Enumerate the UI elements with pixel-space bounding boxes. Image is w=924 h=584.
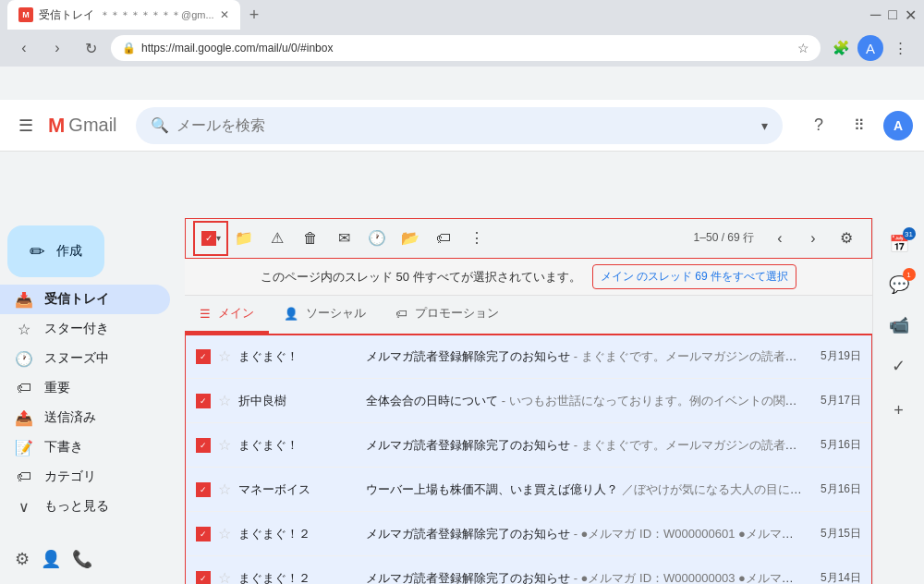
- tab-favicon: M: [18, 7, 33, 22]
- report-spam-button[interactable]: ⚠: [262, 224, 292, 253]
- email-content: メルマガ読者登録解除完了のお知らせ - まぐまぐです。メールマガジンの読者登..…: [366, 348, 802, 365]
- checkbox-main: [201, 231, 216, 246]
- sidebar-item-more[interactable]: ∨ もっと見る: [0, 492, 170, 521]
- drafts-icon: 📝: [15, 439, 33, 456]
- prev-page-button[interactable]: ‹: [765, 224, 795, 253]
- row-checkbox[interactable]: [196, 438, 211, 453]
- mail-icon: ✉: [338, 229, 350, 247]
- snooze-icon: 🕐: [368, 229, 386, 247]
- sidebar-item-important[interactable]: 🏷 重要: [0, 373, 170, 403]
- bookmark-icon[interactable]: ☆: [797, 41, 809, 55]
- email-content: メルマガ読者登録解除完了のお知らせ - まぐまぐです。メールマガジンの読者登..…: [366, 437, 802, 454]
- forward-button[interactable]: ›: [44, 35, 70, 61]
- archive-button[interactable]: 📁: [229, 224, 259, 253]
- sidebar-item-starred[interactable]: ☆ スター付き: [0, 314, 170, 344]
- add-apps-button[interactable]: +: [884, 395, 914, 425]
- url-bar[interactable]: 🔒 https://mail.google.com/mail/u/0/#inbo…: [111, 35, 821, 61]
- star-button[interactable]: ☆: [218, 347, 231, 365]
- profile-button[interactable]: A: [857, 35, 883, 61]
- email-row[interactable]: ☆ まぐまぐ！ メルマガ読者登録解除完了のお知らせ - まぐまぐです。メールマガ…: [185, 335, 872, 379]
- search-input[interactable]: [176, 117, 754, 134]
- email-row[interactable]: ☆ まぐまぐ！ メルマガ読者登録解除完了のお知らせ - まぐまぐです。メールマガ…: [185, 423, 872, 468]
- next-page-button[interactable]: ›: [798, 224, 828, 253]
- sidebar-item-snoozed[interactable]: 🕐 スヌーズ中: [0, 344, 170, 373]
- sidebar-item-categories[interactable]: 🏷 カテゴリ: [0, 462, 170, 492]
- select-all-link[interactable]: メイン のスレッド 69 件をすべて選択: [592, 264, 796, 289]
- menu-button[interactable]: ⋮: [887, 35, 913, 61]
- more-actions-button[interactable]: ⋮: [462, 224, 492, 253]
- row-checkbox[interactable]: [196, 482, 211, 497]
- compose-label: 作成: [56, 243, 82, 260]
- label-button[interactable]: 🏷: [429, 224, 458, 253]
- email-preview: - ●メルマガ ID：W000000003 ●メルマガタ...: [574, 571, 802, 585]
- new-tab-button[interactable]: +: [249, 6, 260, 25]
- select-all-checkbox[interactable]: ▾: [196, 224, 225, 253]
- email-subject: メルマガ読者登録解除完了のお知らせ: [366, 349, 570, 363]
- apps-button[interactable]: ⠿: [843, 109, 876, 142]
- chat-button[interactable]: 💬 1: [881, 266, 918, 303]
- settings-icon[interactable]: ⚙: [15, 549, 30, 569]
- help-button[interactable]: ?: [802, 109, 835, 142]
- sidebar-item-inbox[interactable]: 📥 受信トレイ: [0, 285, 170, 314]
- tab-main[interactable]: ☰ メイン: [185, 296, 269, 334]
- email-content: ウーバー上場も株価不調、いま買えば億り人？ ／ぼやけが気になる大人の目に - な…: [366, 481, 802, 498]
- email-date: 5月15日: [817, 526, 861, 541]
- row-checkbox[interactable]: [196, 349, 211, 364]
- row-checkbox[interactable]: [196, 394, 211, 408]
- meet-button[interactable]: 📹: [881, 307, 918, 344]
- search-dropdown-icon[interactable]: ▾: [761, 118, 768, 133]
- tab-promotions[interactable]: 🏷 プロモーション: [381, 296, 514, 334]
- close-button[interactable]: ✕: [905, 6, 917, 24]
- delete-button[interactable]: 🗑: [296, 224, 325, 253]
- meet-icon: 📹: [889, 315, 909, 335]
- row-checkbox[interactable]: [196, 527, 211, 541]
- sidebar-item-drafts[interactable]: 📝 下書き: [0, 432, 170, 462]
- star-button[interactable]: ☆: [218, 569, 231, 584]
- tab-close-icon[interactable]: ✕: [220, 8, 229, 21]
- search-icon: 🔍: [151, 116, 169, 134]
- call-icon[interactable]: 📞: [72, 549, 92, 569]
- select-all-banner: このページ内のスレッド 50 件すべてが選択されています。 メイン のスレッド …: [185, 259, 872, 296]
- profile-icon[interactable]: 👤: [41, 549, 61, 569]
- row-checkbox[interactable]: [196, 571, 211, 585]
- email-preview: - ●メルマガ ID：W000000601 ●メルマガタ...: [574, 527, 802, 541]
- hamburger-menu-button[interactable]: ☰: [11, 108, 41, 143]
- email-row[interactable]: ☆ まぐまぐ！２ メルマガ読者登録解除完了のお知らせ - ●メルマガ ID：W0…: [185, 512, 872, 556]
- gmail-header: ☰ M Gmail 🔍 ▾ ? ⠿ A: [0, 100, 924, 152]
- settings-gear-button[interactable]: ⚙: [832, 224, 861, 253]
- compose-button[interactable]: ✏ 作成: [7, 225, 104, 277]
- email-content: メルマガ読者登録解除完了のお知らせ - ●メルマガ ID：W000000601 …: [366, 526, 802, 542]
- email-row[interactable]: ☆ まぐまぐ！２ メルマガ読者登録解除完了のお知らせ - ●メルマガ ID：W0…: [185, 556, 872, 584]
- email-row[interactable]: ☆ 折中良樹 全体会合の日時について - いつもお世話になっております。例のイベ…: [185, 379, 872, 423]
- email-row[interactable]: ☆ マネーボイス ウーバー上場も株価不調、いま買えば億り人？ ／ぼやけが気になる…: [185, 468, 872, 512]
- browser-window: M 受信トレイ ＊＊＊＊＊＊＊＊@gm... ✕ + ─ □ ✕ ‹ › ↻ 🔒…: [0, 0, 924, 584]
- email-preview: - まぐまぐです。メールマガジンの読者登...: [574, 438, 802, 452]
- move-to-button[interactable]: 📂: [395, 224, 425, 253]
- sidebar: ✏ 作成 📥 受信トレイ ☆ スター付き 🕐 スヌーズ中 🏷 重要 📤 送: [0, 218, 185, 584]
- star-button[interactable]: ☆: [218, 436, 231, 454]
- email-sender: まぐまぐ！２: [238, 526, 359, 542]
- more-icon: ∨: [15, 498, 33, 516]
- star-button[interactable]: ☆: [218, 481, 231, 498]
- email-preview: ／ぼやけが気になる大人の目に - な...: [622, 482, 802, 496]
- minimize-button[interactable]: ─: [870, 6, 881, 24]
- email-sender: マネーボイス: [238, 481, 359, 498]
- checkbox-dropdown-icon[interactable]: ▾: [216, 233, 221, 243]
- reload-button[interactable]: ↻: [78, 35, 103, 61]
- tasks-button[interactable]: ✓: [881, 347, 918, 384]
- sidebar-item-sent[interactable]: 📤 送信済み: [0, 403, 170, 432]
- avatar[interactable]: A: [883, 111, 913, 140]
- mark-read-button[interactable]: ✉: [329, 224, 359, 253]
- tab-social[interactable]: 👤 ソーシャル: [269, 296, 381, 334]
- snooze-button[interactable]: 🕐: [362, 224, 392, 253]
- email-tabs: ☰ メイン 👤 ソーシャル 🏷 プロモーション: [185, 296, 872, 335]
- star-button[interactable]: ☆: [218, 392, 231, 409]
- email-date: 5月19日: [817, 348, 861, 364]
- browser-tab[interactable]: M 受信トレイ ＊＊＊＊＊＊＊＊@gm... ✕: [7, 0, 240, 30]
- extensions-button[interactable]: 🧩: [828, 35, 854, 61]
- back-button[interactable]: ‹: [11, 35, 37, 61]
- calendar-button[interactable]: 📅 31: [881, 225, 918, 262]
- maximize-button[interactable]: □: [888, 6, 897, 24]
- important-icon: 🏷: [15, 380, 33, 396]
- star-button[interactable]: ☆: [218, 525, 231, 542]
